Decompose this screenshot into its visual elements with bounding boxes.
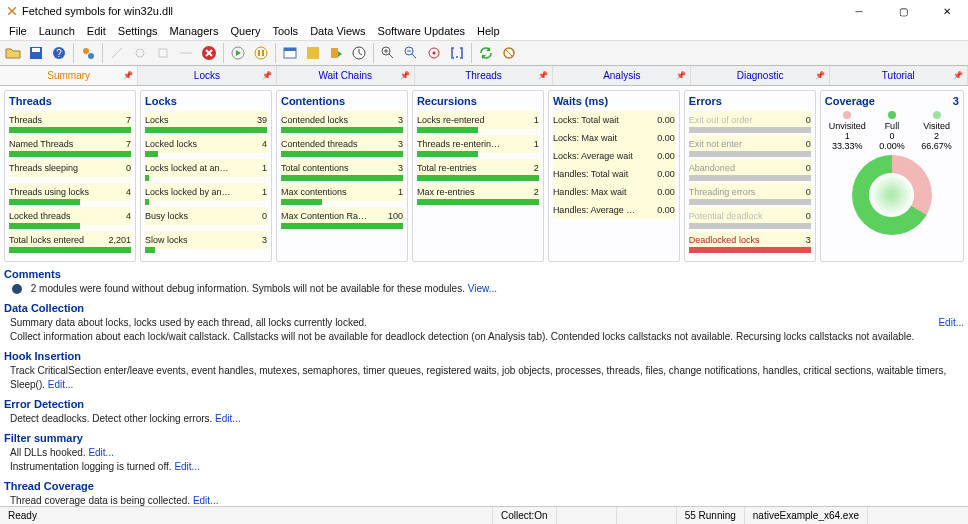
tab-locks[interactable]: Locks📌 <box>138 66 276 85</box>
contentions-title: Contentions <box>281 95 403 107</box>
refresh-icon[interactable] <box>475 42 497 64</box>
target-icon[interactable] <box>423 42 445 64</box>
menu-software-updates[interactable]: Software Updates <box>373 24 470 38</box>
svg-point-18 <box>433 52 436 55</box>
hook-text: Track CriticalSection enter/leave events… <box>10 365 946 390</box>
coverage-col: Unvisited133.33% <box>825 111 870 151</box>
hook-heading: Hook Insertion <box>4 350 964 362</box>
datacollection-line2: Collect information about each lock/wait… <box>10 330 934 344</box>
clock-icon[interactable] <box>348 42 370 64</box>
menu-tools[interactable]: Tools <box>267 24 303 38</box>
stat-row: Threads sleeping0 <box>9 159 131 177</box>
wand-icon[interactable] <box>106 42 128 64</box>
comments-view-link[interactable]: View... <box>468 283 497 294</box>
errdet-heading: Error Detection <box>4 398 964 410</box>
menu-file[interactable]: File <box>4 24 32 38</box>
coverage-count: 3 <box>953 95 959 107</box>
errdet-edit-link[interactable]: Edit... <box>215 413 241 424</box>
locks-title: Locks <box>145 95 267 107</box>
menu-query[interactable]: Query <box>225 24 265 38</box>
svg-point-10 <box>255 47 267 59</box>
menu-bar: FileLaunchEditSettingsManagersQueryTools… <box>0 22 968 40</box>
zoom-in-icon[interactable] <box>377 42 399 64</box>
refresh-stop-icon[interactable] <box>498 42 520 64</box>
hook-edit-link[interactable]: Edit... <box>48 379 74 390</box>
errors-card: Errors Exit out of order0Exit not enter0… <box>684 90 816 262</box>
threads-card: Threads Threads7Named Threads7Threads sl… <box>4 90 136 262</box>
status-ready: Ready <box>0 507 493 524</box>
tab-tutorial[interactable]: Tutorial📌 <box>830 66 968 85</box>
stat-row: Handles: Average wait0.00 <box>553 201 675 219</box>
status-spacer1 <box>557 507 617 524</box>
coverage-card: Coverage3 Unvisited133.33%Full00.00%Visi… <box>820 90 964 262</box>
stat-row: Locks: Total wait0.00 <box>553 111 675 129</box>
stat-row: Busy locks0 <box>145 207 267 225</box>
help-icon[interactable]: ? <box>48 42 70 64</box>
minimize-button[interactable]: ─ <box>844 2 874 20</box>
stat-row: Locks locked at any time1 <box>145 159 267 177</box>
comment-dot-icon <box>12 284 22 294</box>
tab-summary[interactable]: Summary📌 <box>0 66 138 85</box>
window-icon[interactable] <box>279 42 301 64</box>
tcov-line1: Thread coverage data is being collected. <box>10 495 193 506</box>
menu-launch[interactable]: Launch <box>34 24 80 38</box>
svg-text:?: ? <box>56 48 62 59</box>
tool2-icon[interactable] <box>129 42 151 64</box>
status-bar: Ready Collect:On 55 Running nativeExampl… <box>0 506 968 524</box>
coverage-pie-chart <box>852 155 932 235</box>
datacollection-edit-link[interactable]: Edit... <box>938 316 964 330</box>
status-spacer2 <box>617 507 677 524</box>
tool4-icon[interactable] <box>175 42 197 64</box>
svg-point-19 <box>456 56 458 58</box>
errors-title: Errors <box>689 95 811 107</box>
menu-data-views[interactable]: Data Views <box>305 24 370 38</box>
filter-edit1-link[interactable]: Edit... <box>88 447 114 458</box>
yellow-icon[interactable] <box>302 42 324 64</box>
main-content: Threads Threads7Named Threads7Threads sl… <box>0 86 968 506</box>
svg-rect-1 <box>32 48 40 52</box>
svg-rect-7 <box>159 49 167 57</box>
waits-card: Waits (ms) Locks: Total wait0.00Locks: M… <box>548 90 680 262</box>
filter-edit2-link[interactable]: Edit... <box>174 461 200 472</box>
threads-title: Threads <box>9 95 131 107</box>
tcov-edit1-link[interactable]: Edit... <box>193 495 219 506</box>
tab-wait-chains[interactable]: Wait Chains📌 <box>277 66 415 85</box>
recursions-title: Recursions <box>417 95 539 107</box>
play-icon[interactable] <box>227 42 249 64</box>
locks-card: Locks Locks39Locked locks4Locks locked a… <box>140 90 272 262</box>
pause-icon[interactable] <box>250 42 272 64</box>
export-icon[interactable] <box>325 42 347 64</box>
coverage-col: Full00.00% <box>870 111 915 151</box>
brackets-icon[interactable] <box>446 42 468 64</box>
gears-icon[interactable] <box>77 42 99 64</box>
save-icon[interactable] <box>25 42 47 64</box>
filter-line2: Instrumentation logging is turned off. <box>10 461 174 472</box>
maximize-button[interactable]: ▢ <box>888 2 918 20</box>
menu-edit[interactable]: Edit <box>82 24 111 38</box>
app-icon <box>6 5 18 17</box>
zoom-out-icon[interactable] <box>400 42 422 64</box>
menu-managers[interactable]: Managers <box>165 24 224 38</box>
tab-analysis[interactable]: Analysis📌 <box>553 66 691 85</box>
status-exe: nativeExample_x64.exe <box>745 507 868 524</box>
tab-diagnostic[interactable]: Diagnostic📌 <box>691 66 829 85</box>
contentions-card: Contentions Contended locks3Contended th… <box>276 90 408 262</box>
datacollection-heading: Data Collection <box>4 302 964 314</box>
recursions-card: Recursions Locks re-entered1Threads re-e… <box>412 90 544 262</box>
stat-row: Handles: Total wait0.00 <box>553 165 675 183</box>
stop-icon[interactable] <box>198 42 220 64</box>
tool3-icon[interactable] <box>152 42 174 64</box>
close-button[interactable]: ✕ <box>932 2 962 20</box>
open-icon[interactable] <box>2 42 24 64</box>
menu-settings[interactable]: Settings <box>113 24 163 38</box>
errdet-text: Detect deadlocks. Detect other locking e… <box>10 413 215 424</box>
stat-row: Slow locks3 <box>145 231 267 249</box>
stat-row: Locks: Max wait0.00 <box>553 129 675 147</box>
title-bar: Fetched symbols for win32u.dll ─ ▢ ✕ <box>0 0 968 22</box>
menu-help[interactable]: Help <box>472 24 505 38</box>
datacollection-line1: Summary data about locks, locks used by … <box>10 316 934 330</box>
tab-bar: Summary📌Locks📌Wait Chains📌Threads📌Analys… <box>0 66 968 86</box>
coverage-title: Coverage <box>825 95 875 107</box>
window-title: Fetched symbols for win32u.dll <box>22 5 844 17</box>
tab-threads[interactable]: Threads📌 <box>415 66 553 85</box>
